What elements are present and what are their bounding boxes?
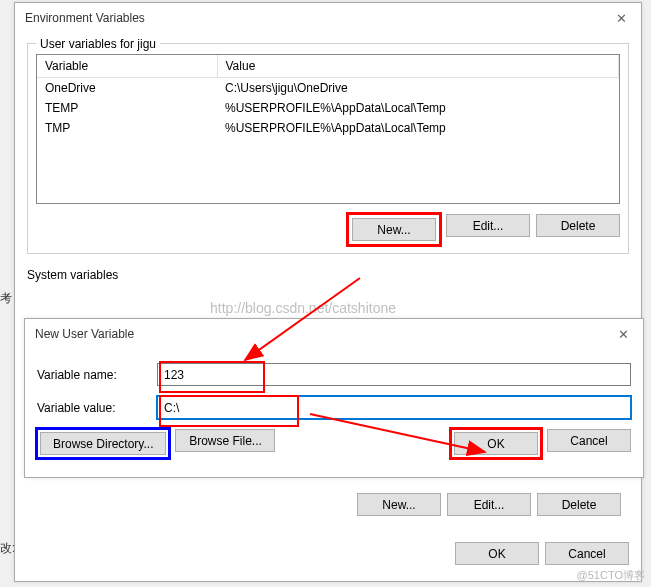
cropped-text: 考: [0, 290, 12, 307]
cell-value: C:\Users\jigu\OneDrive: [217, 78, 619, 99]
environment-variables-dialog: Environment Variables ✕ User variables f…: [14, 2, 642, 582]
sys-delete-button[interactable]: Delete: [537, 493, 621, 516]
user-variables-table[interactable]: Variable Value OneDrive C:\Users\jigu\On…: [36, 54, 620, 204]
col-value[interactable]: Value: [217, 55, 619, 78]
user-variables-group: User variables for jigu Variable Value O…: [27, 43, 629, 254]
variable-value-label: Variable value:: [37, 401, 157, 415]
dialog-title: Environment Variables: [25, 11, 145, 25]
highlight-box: [162, 364, 262, 390]
env-cancel-button[interactable]: Cancel: [545, 542, 629, 565]
titlebar: New User Variable ✕: [25, 319, 643, 349]
credit-text: @51CTO博客: [577, 568, 645, 583]
sys-new-button[interactable]: New...: [357, 493, 441, 516]
cell-value: %USERPROFILE%\AppData\Local\Temp: [217, 98, 619, 118]
cell-variable: OneDrive: [37, 78, 217, 99]
cell-value: %USERPROFILE%\AppData\Local\Temp: [217, 118, 619, 138]
close-icon[interactable]: ✕: [603, 319, 643, 349]
new-user-variable-dialog: New User Variable ✕ Variable name: Varia…: [24, 318, 644, 478]
system-variables-label: System variables: [27, 262, 629, 286]
new-button[interactable]: New...: [352, 218, 436, 241]
cell-variable: TEMP: [37, 98, 217, 118]
edit-button[interactable]: Edit...: [446, 214, 530, 237]
browse-file-button[interactable]: Browse File...: [175, 429, 275, 452]
titlebar: Environment Variables ✕: [15, 3, 641, 33]
user-variables-label: User variables for jigu: [36, 37, 160, 51]
close-icon[interactable]: ✕: [601, 3, 641, 33]
highlight-box: [162, 398, 296, 424]
sys-edit-button[interactable]: Edit...: [447, 493, 531, 516]
table-row[interactable]: TEMP %USERPROFILE%\AppData\Local\Temp: [37, 98, 619, 118]
col-variable[interactable]: Variable: [37, 55, 217, 78]
ok-button[interactable]: OK: [454, 432, 538, 455]
variable-name-label: Variable name:: [37, 368, 157, 382]
table-row[interactable]: OneDrive C:\Users\jigu\OneDrive: [37, 78, 619, 99]
env-ok-button[interactable]: OK: [455, 542, 539, 565]
table-row[interactable]: TMP %USERPROFILE%\AppData\Local\Temp: [37, 118, 619, 138]
browse-directory-button[interactable]: Browse Directory...: [40, 432, 166, 455]
delete-button[interactable]: Delete: [536, 214, 620, 237]
cell-variable: TMP: [37, 118, 217, 138]
dialog-title: New User Variable: [35, 327, 134, 341]
cancel-button[interactable]: Cancel: [547, 429, 631, 452]
